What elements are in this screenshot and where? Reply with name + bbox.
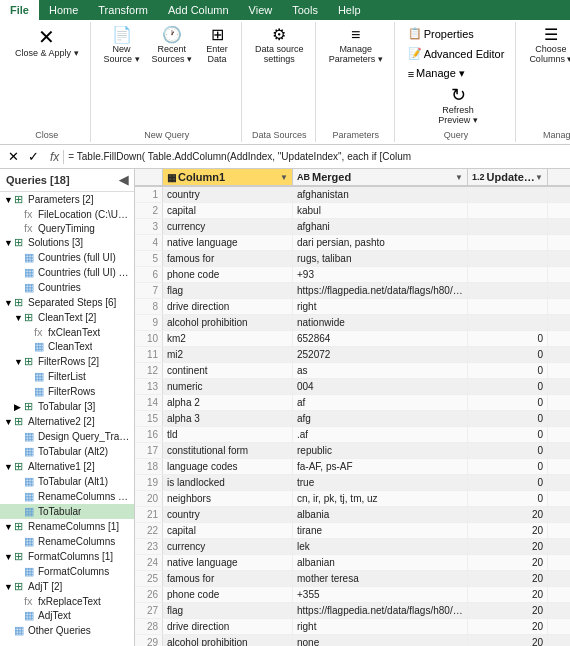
cell-column1: currency [163, 219, 293, 234]
cell-column1: country [163, 507, 293, 522]
totabular-alt1-icon: ▦ [24, 475, 38, 488]
row-number: 11 [135, 347, 163, 362]
formula-confirm-button[interactable]: ✓ [24, 148, 42, 166]
sidebar-item-other-queries[interactable]: ▦ Other Queries [0, 623, 134, 638]
merged-sort-icon: ▼ [455, 173, 463, 182]
cell-updateindex: 0 [468, 331, 548, 346]
data-sources-group-label: Data Sources [252, 130, 307, 140]
sidebar-item-design-query[interactable]: ▦ Design Query_Trans... [0, 429, 134, 444]
cell-merged: https://flagpedia.net/data/flags/h80/al.… [293, 603, 468, 618]
close-apply-label: Close & Apply ▾ [15, 48, 79, 58]
cell-merged: 652864 [293, 331, 468, 346]
table-row: 19is landlockedtrue0 [135, 475, 570, 491]
properties-button[interactable]: 📋 Properties [403, 24, 479, 43]
choose-columns-button[interactable]: ☰ ChooseColumns ▾ [524, 24, 570, 67]
renamecolumns-table-icon: ▦ [24, 535, 38, 548]
totabular-arrow: ▶ [14, 402, 24, 412]
sidebar-item-filterrows-group[interactable]: ▼ ⊞ FilterRows [2] [0, 354, 134, 369]
sidebar-item-alternative2[interactable]: ▼ ⊞ Alternative2 [2] [0, 414, 134, 429]
sidebar-item-fxcleantext[interactable]: fx fxCleanText [0, 325, 134, 339]
row-number: 18 [135, 459, 163, 474]
cell-merged: albanian [293, 555, 468, 570]
row-number: 29 [135, 635, 163, 646]
sidebar-item-filterlist[interactable]: ▦ FilterList [0, 369, 134, 384]
adjtext-icon: ▦ [24, 609, 38, 622]
solutions-arrow: ▼ [4, 238, 14, 248]
sidebar-item-alternative1[interactable]: ▼ ⊞ Alternative1 [2] [0, 459, 134, 474]
formula-cancel-button[interactable]: ✕ [4, 148, 22, 166]
cell-updateindex [468, 219, 548, 234]
row-number: 23 [135, 539, 163, 554]
sidebar-item-solutions[interactable]: ▼ ⊞ Solutions [3] [0, 235, 134, 250]
cell-merged: right [293, 299, 468, 314]
tab-home[interactable]: Home [39, 0, 88, 20]
sidebar-item-countries-full[interactable]: ▦ Countries (full UI) [0, 250, 134, 265]
sidebar-item-fxreplacetext[interactable]: fx fxReplaceText [0, 594, 134, 608]
main-area: Queries [18] ◀ ▼ ⊞ Parameters [2] fx Fil… [0, 169, 570, 646]
cell-updateindex: 0 [468, 475, 548, 490]
close-apply-button[interactable]: ✕ Close & Apply ▾ [10, 24, 84, 61]
alternative2-arrow: ▼ [4, 417, 14, 427]
sidebar-item-renamecolumns-group[interactable]: ▼ ⊞ RenameColumns [1] [0, 519, 134, 534]
tab-add-column[interactable]: Add Column [158, 0, 239, 20]
sidebar-item-totabular-selected[interactable]: ▦ ToTabular [0, 504, 134, 519]
sidebar-item-countries-full-with[interactable]: ▦ Countries (full UI) with... [0, 265, 134, 280]
sidebar-item-renamecolumns[interactable]: ▦ RenameColumns [0, 534, 134, 549]
sidebar-item-cleantext[interactable]: ▦ CleanText [0, 339, 134, 354]
tab-file[interactable]: File [0, 0, 39, 20]
data-source-settings-button[interactable]: ⚙ Data sourcesettings [250, 24, 309, 67]
sidebar-item-totabular-alt1[interactable]: ▦ ToTabular (Alt1) [0, 474, 134, 489]
sidebar-item-filelocation[interactable]: fx FileLocation (C:\Users\i... [0, 207, 134, 221]
sidebar-item-countries[interactable]: ▦ Countries [0, 280, 134, 295]
enter-data-button[interactable]: ⊞ EnterData [199, 24, 235, 67]
cell-updateindex: 20 [468, 619, 548, 634]
sidebar-item-adjt-group[interactable]: ▼ ⊞ AdjT [2] [0, 579, 134, 594]
recent-sources-button[interactable]: 🕐 RecentSources ▾ [147, 24, 198, 67]
table-row: 11mi22520720 [135, 347, 570, 363]
cleantext-table-icon: ▦ [34, 340, 48, 353]
refresh-preview-button[interactable]: ↻ RefreshPreview ▾ [433, 83, 483, 128]
cell-merged: republic [293, 443, 468, 458]
renamecolumns-a-icon: ▦ [24, 490, 38, 503]
sidebar-item-filterrows[interactable]: ▦ FilterRows [0, 384, 134, 399]
cell-updateindex: 20 [468, 571, 548, 586]
col-header-column1[interactable]: ▦ Column1 ▼ [163, 169, 293, 185]
cell-column1: alcohol prohibition [163, 315, 293, 330]
sidebar-item-cleantext-group[interactable]: ▼ ⊞ CleanText [2] [0, 310, 134, 325]
sidebar-item-querytiming[interactable]: fx QueryTiming [0, 221, 134, 235]
row-number: 27 [135, 603, 163, 618]
sidebar-item-totabular-group[interactable]: ▶ ⊞ ToTabular [3] [0, 399, 134, 414]
row-number: 12 [135, 363, 163, 378]
tab-help[interactable]: Help [328, 0, 371, 20]
cell-updateindex: 0 [468, 459, 548, 474]
col-header-merged[interactable]: AB Merged ▼ [293, 169, 468, 185]
manage-parameters-button[interactable]: ≡ ManageParameters ▾ [324, 24, 388, 67]
cell-column1: alpha 2 [163, 395, 293, 410]
formula-text: = Table.FillDown( Table.AddColumn(AddInd… [68, 151, 566, 162]
sidebar-item-renamecolumns-a[interactable]: ▦ RenameColumns (A... [0, 489, 134, 504]
advanced-editor-button[interactable]: 📝 Advanced Editor [403, 44, 510, 63]
sidebar-collapse-button[interactable]: ◀ [119, 173, 128, 187]
cell-updateindex [468, 235, 548, 250]
col-header-updateindex[interactable]: 1.2 UpdateIndex ▼ [468, 169, 548, 185]
design-query-icon: ▦ [24, 430, 38, 443]
totabular-alt2-icon: ▦ [24, 445, 38, 458]
data-source-settings-icon: ⚙ [272, 27, 286, 43]
manage-button[interactable]: ≡ Manage ▾ [403, 64, 470, 83]
sidebar-item-totabular-alt2[interactable]: ▦ ToTabular (Alt2) [0, 444, 134, 459]
separated-steps-arrow: ▼ [4, 298, 14, 308]
sidebar-item-formatcolumns[interactable]: ▦ FormatColumns [0, 564, 134, 579]
sidebar-item-formatcolumns-group[interactable]: ▼ ⊞ FormatColumns [1] [0, 549, 134, 564]
cell-column1: native language [163, 555, 293, 570]
cell-updateindex: 20 [468, 603, 548, 618]
sidebar-item-parameters[interactable]: ▼ ⊞ Parameters [2] [0, 192, 134, 207]
sidebar: Queries [18] ◀ ▼ ⊞ Parameters [2] fx Fil… [0, 169, 135, 646]
cell-updateindex: 0 [468, 379, 548, 394]
tab-view[interactable]: View [239, 0, 283, 20]
sidebar-item-adjtext[interactable]: ▦ AdjText [0, 608, 134, 623]
tab-tools[interactable]: Tools [282, 0, 328, 20]
cell-column1: neighbors [163, 491, 293, 506]
sidebar-item-separated-steps[interactable]: ▼ ⊞ Separated Steps [6] [0, 295, 134, 310]
tab-transform[interactable]: Transform [88, 0, 158, 20]
new-source-button[interactable]: 📄 NewSource ▾ [99, 24, 145, 67]
